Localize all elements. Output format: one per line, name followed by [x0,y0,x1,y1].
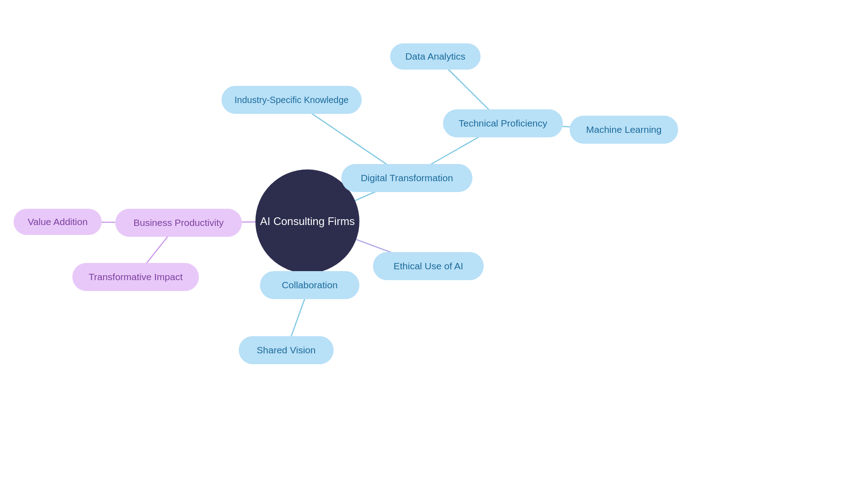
svg-line-1 [292,100,407,178]
svg-line-5 [307,221,428,266]
mind-map-svg [0,0,868,488]
svg-line-7 [286,285,310,350]
svg-line-2 [407,123,503,178]
svg-line-3 [435,56,503,123]
svg-line-0 [307,178,407,221]
svg-line-6 [307,221,310,285]
svg-line-4 [503,123,624,130]
svg-line-9 [136,223,179,277]
svg-line-10 [57,222,179,223]
svg-line-8 [179,221,307,223]
